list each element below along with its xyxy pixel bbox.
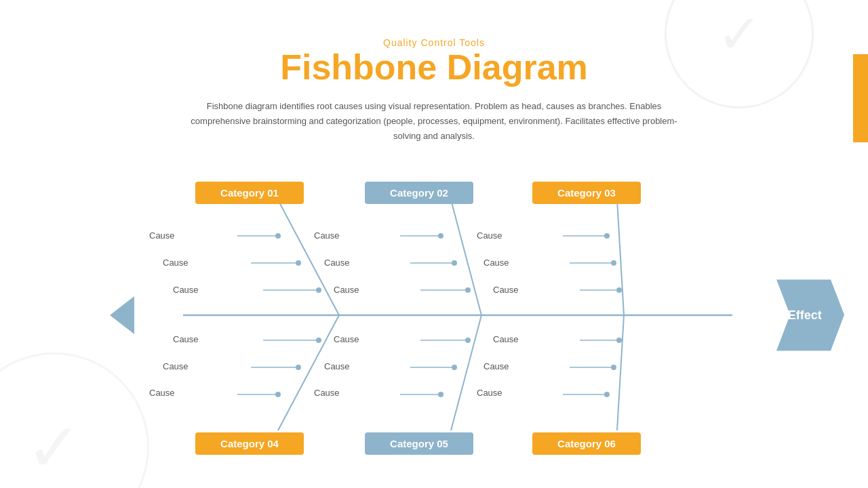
svg-point-12 — [296, 365, 301, 370]
svg-point-28 — [465, 338, 471, 343]
svg-point-40 — [611, 365, 616, 370]
cause-s1-t3: Cause — [173, 285, 199, 295]
svg-line-36 — [617, 315, 624, 430]
accent-bar — [853, 54, 868, 142]
cause-s3-b1: Cause — [477, 388, 502, 398]
svg-line-8 — [278, 315, 339, 430]
cause-s2-t2: Cause — [324, 258, 350, 268]
category-05-label: Category 05 — [365, 432, 473, 455]
svg-point-17 — [438, 233, 443, 239]
fishbone-diagram: Effect Category 01 Category 02 Category … — [115, 156, 848, 474]
cause-s3-b2: Cause — [484, 361, 509, 371]
cause-s1-t1: Cause — [149, 230, 175, 241]
svg-point-14 — [316, 338, 321, 343]
cause-s3-t1: Cause — [477, 230, 502, 241]
cause-s2-b1: Cause — [314, 388, 340, 398]
svg-point-35 — [616, 287, 622, 293]
cause-s3-t3: Cause — [493, 285, 519, 295]
svg-point-38 — [604, 392, 610, 397]
category-01-label: Category 01 — [195, 182, 304, 204]
category-02-label: Category 02 — [365, 182, 473, 204]
svg-point-24 — [438, 392, 443, 397]
svg-point-19 — [452, 260, 457, 266]
cause-s1-b1: Cause — [149, 388, 175, 398]
cause-s1-t2: Cause — [163, 258, 189, 268]
svg-line-15 — [451, 200, 481, 315]
effect-label: Effect — [788, 308, 822, 323]
svg-point-5 — [296, 260, 301, 266]
svg-point-7 — [316, 287, 321, 293]
svg-line-29 — [617, 200, 624, 315]
cause-s2-b3: Cause — [334, 334, 359, 344]
svg-point-26 — [452, 365, 457, 370]
cause-s2-t3: Cause — [334, 285, 359, 295]
svg-point-21 — [465, 287, 471, 293]
svg-point-10 — [275, 392, 281, 397]
cause-s3-t2: Cause — [484, 258, 509, 268]
svg-point-3 — [275, 233, 281, 239]
svg-line-22 — [451, 315, 481, 430]
svg-point-33 — [611, 260, 616, 266]
cause-s3-b3: Cause — [493, 334, 519, 344]
cause-s1-b3: Cause — [173, 334, 199, 344]
cause-s2-b2: Cause — [324, 361, 350, 371]
category-06-label: Category 06 — [532, 432, 641, 455]
svg-point-31 — [604, 233, 610, 239]
category-03-label: Category 03 — [532, 182, 641, 204]
left-arrow-indicator — [110, 296, 134, 334]
effect-box: Effect — [770, 277, 848, 354]
cause-s2-t1: Cause — [314, 230, 340, 241]
svg-point-42 — [616, 338, 622, 343]
header-description: Fishbone diagram identifies root causes … — [163, 99, 705, 144]
cause-s1-b2: Cause — [163, 361, 189, 371]
category-04-label: Category 04 — [195, 432, 304, 455]
